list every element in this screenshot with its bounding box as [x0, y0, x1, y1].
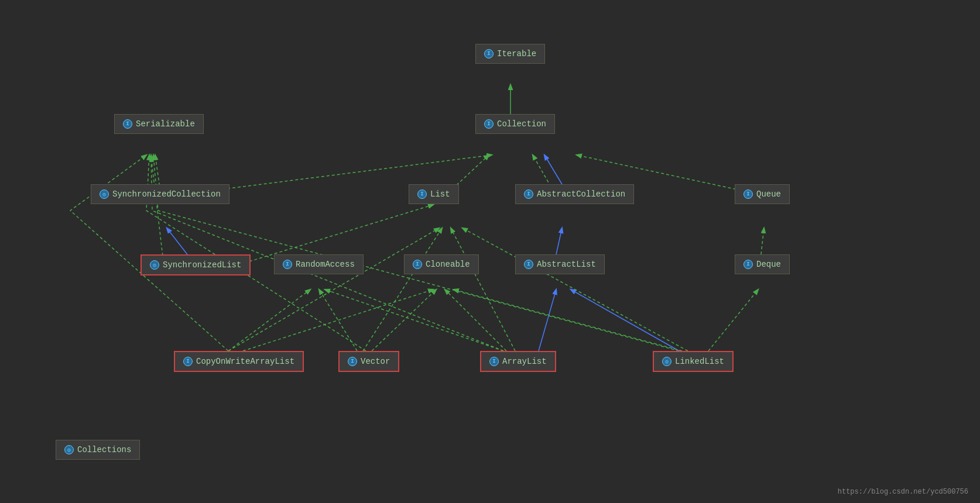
synchronized-list-icon: ◎: [150, 260, 159, 270]
node-array-list: I ArrayList: [480, 351, 556, 372]
cloneable-label: Cloneable: [426, 260, 470, 269]
deque-icon: I: [743, 260, 753, 269]
list-icon: I: [417, 190, 427, 199]
iterable-label: Iterable: [497, 49, 536, 58]
abstract-collection-label: AbstractCollection: [537, 190, 625, 199]
arrows-svg: [0, 0, 980, 503]
svg-line-12: [445, 290, 506, 351]
queue-label: Queue: [756, 190, 781, 199]
node-deque: I Deque: [735, 254, 790, 274]
svg-line-24: [454, 290, 682, 351]
svg-line-13: [451, 228, 515, 351]
svg-line-18: [556, 228, 562, 254]
node-collections: ◎ Collections: [56, 440, 140, 460]
collection-label: Collection: [497, 119, 546, 129]
array-list-icon: I: [489, 357, 499, 366]
array-list-label: ArrayList: [502, 357, 547, 366]
node-synchronized-collection: ◎ SynchronizedCollection: [91, 184, 229, 204]
iterable-icon: I: [484, 49, 494, 58]
svg-line-5: [228, 290, 310, 351]
copy-on-write-icon: I: [183, 357, 193, 366]
linked-list-icon: ◎: [662, 357, 671, 366]
svg-line-17: [462, 228, 688, 351]
url-text: https://blog.csdn.net/ycd500756: [838, 488, 968, 496]
svg-line-14: [539, 290, 556, 351]
abstract-collection-icon: I: [524, 190, 533, 199]
random-access-label: RandomAccess: [296, 260, 355, 269]
svg-line-19: [761, 228, 764, 254]
svg-line-7: [228, 228, 439, 351]
node-vector: I Vector: [338, 351, 399, 372]
node-serializable: I Serializable: [114, 114, 204, 134]
list-label: List: [430, 190, 450, 199]
node-random-access: I RandomAccess: [274, 254, 364, 274]
node-iterable: I Iterable: [475, 44, 545, 64]
linked-list-label: LinkedList: [675, 357, 724, 366]
svg-line-10: [372, 290, 436, 351]
synchronized-collection-icon: ◎: [100, 190, 109, 199]
collection-icon: I: [484, 119, 494, 129]
vector-label: Vector: [361, 357, 390, 366]
node-linked-list: ◎ LinkedList: [653, 351, 734, 372]
synchronized-list-label: SynchronizedList: [163, 260, 241, 270]
svg-line-4: [167, 228, 187, 254]
node-copy-on-write-array-list: I CopyOnWriteArrayList: [174, 351, 304, 372]
abstract-list-label: AbstractList: [537, 260, 596, 269]
node-list: I List: [409, 184, 459, 204]
collections-icon: ◎: [64, 445, 74, 454]
svg-line-23: [151, 157, 164, 266]
svg-line-6: [243, 290, 433, 351]
copy-on-write-label: CopyOnWriteArrayList: [196, 357, 294, 366]
vector-icon: I: [348, 357, 357, 366]
svg-line-9: [319, 290, 357, 351]
deque-label: Deque: [756, 260, 781, 269]
abstract-list-icon: I: [524, 260, 533, 269]
random-access-icon: I: [283, 260, 292, 269]
node-cloneable: I Cloneable: [404, 254, 479, 274]
serializable-icon: I: [123, 119, 132, 129]
svg-line-8: [363, 228, 442, 351]
synchronized-collection-label: SynchronizedCollection: [112, 190, 221, 199]
svg-line-16: [708, 290, 758, 351]
collections-label: Collections: [77, 445, 131, 454]
diagram-container: I Iterable I Collection I Serializable ◎…: [0, 0, 980, 503]
serializable-label: Serializable: [136, 119, 195, 129]
queue-icon: I: [743, 190, 753, 199]
node-synchronized-list: ◎ SynchronizedList: [141, 254, 251, 275]
svg-line-11: [325, 290, 503, 351]
svg-line-15: [571, 290, 679, 351]
cloneable-icon: I: [413, 260, 422, 269]
node-collection: I Collection: [475, 114, 555, 134]
node-abstract-list: I AbstractList: [515, 254, 605, 274]
svg-line-20: [544, 155, 562, 184]
node-queue: I Queue: [735, 184, 790, 204]
node-abstract-collection: I AbstractCollection: [515, 184, 634, 204]
